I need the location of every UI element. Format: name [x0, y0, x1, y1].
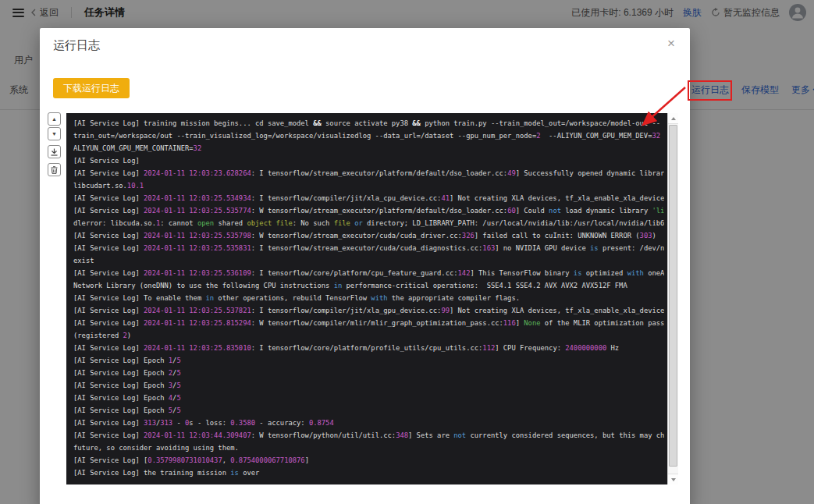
log-line: [AI Service Log] 2024-01-11 12:03:25.535…	[73, 204, 664, 217]
log-line: [AI Service Log] 2024-01-11 12:03:25.537…	[73, 304, 664, 317]
log-line: [AI Service Log] Epoch 1/5	[73, 354, 664, 367]
arrow-down-icon: ▼	[52, 131, 57, 137]
log-line: [AI Service Log] Epoch 4/5	[73, 392, 664, 404]
scrollbar-up-arrow[interactable]	[668, 113, 678, 124]
log-line: [AI Service Log] 2024-01-11 12:03:23.628…	[73, 167, 664, 179]
download-icon-button[interactable]	[48, 145, 61, 158]
run-log-modal: 运行日志 × 下载运行日志 ▲ ▼	[40, 28, 690, 504]
log-line: [AI Service Log] 2024-01-11 12:03:25.536…	[73, 267, 664, 279]
log-line: libcudart.so.10.1	[73, 179, 664, 192]
log-line: ALIYUN_COM_GPU_MEM_CONTAINER=32	[73, 142, 664, 154]
log-line: dlerror: libcuda.so.1: cannot open share…	[73, 217, 664, 229]
log-line: [AI Service Log] Epoch 2/5	[73, 367, 664, 379]
download-icon	[51, 148, 58, 156]
modal-title: 运行日志	[53, 38, 100, 53]
log-line: [AI Service Log]	[73, 154, 664, 167]
terminal-scrollbar[interactable]	[667, 113, 678, 484]
screen: 返回 任务详情 已使用卡时: 6.1369 小时 换肤 暂无监控信息	[0, 0, 814, 504]
log-line: [AI Service Log] [0.3579980731010437, 0.…	[73, 454, 664, 467]
scroll-to-bottom-button[interactable]: ▼	[48, 127, 61, 140]
log-line: Network Library (oneDNN) to use the foll…	[73, 279, 664, 292]
log-line: [AI Service Log] 2024-01-11 12:03:25.815…	[73, 317, 664, 329]
log-line: future, so consider avoiding using them.	[73, 442, 664, 454]
log-line: [AI Service Log] Epoch 5/5	[73, 404, 664, 417]
close-icon[interactable]: ×	[662, 34, 681, 53]
log-line: [AI Service Log] 2024-01-11 12:03:25.835…	[73, 342, 664, 354]
log-line: train_out=/workspace/out --train_visuali…	[73, 130, 664, 142]
clear-log-button[interactable]	[48, 163, 61, 176]
log-line: [AI Service Log] 2024-01-11 12:03:25.534…	[73, 192, 664, 204]
log-line: [AI Service Log] 2024-01-11 12:03:44.309…	[73, 429, 664, 442]
log-line: [AI Service Log] 2024-01-11 12:03:25.535…	[73, 242, 664, 254]
log-line: [AI Service Log] 313/313 - 0s - loss: 0.…	[73, 417, 664, 429]
log-terminal[interactable]: [AI Service Log] training mission begins…	[66, 113, 678, 484]
log-scroll-controls: ▲ ▼	[48, 112, 61, 176]
log-line: exist	[73, 254, 664, 267]
log-line: [AI Service Log] 2024-01-11 12:03:25.535…	[73, 229, 664, 242]
scrollbar-thumb[interactable]	[669, 125, 677, 467]
log-line: [AI Service Log] the training mission is…	[73, 467, 664, 479]
scroll-to-top-button[interactable]: ▲	[48, 112, 61, 126]
log-line: [AI Service Log] To enable them in other…	[73, 292, 664, 304]
arrow-up-icon: ▲	[52, 116, 57, 122]
scrollbar-down-arrow[interactable]	[668, 474, 678, 484]
log-lines: [AI Service Log] training mission begins…	[73, 117, 664, 484]
log-line: (registered 2)	[73, 329, 664, 342]
download-log-button[interactable]: 下载运行日志	[53, 78, 130, 98]
log-line: [AI Service Log] Epoch 3/5	[73, 379, 664, 392]
trash-icon	[51, 166, 58, 174]
log-line: [AI Service Log] training mission begins…	[73, 117, 664, 130]
